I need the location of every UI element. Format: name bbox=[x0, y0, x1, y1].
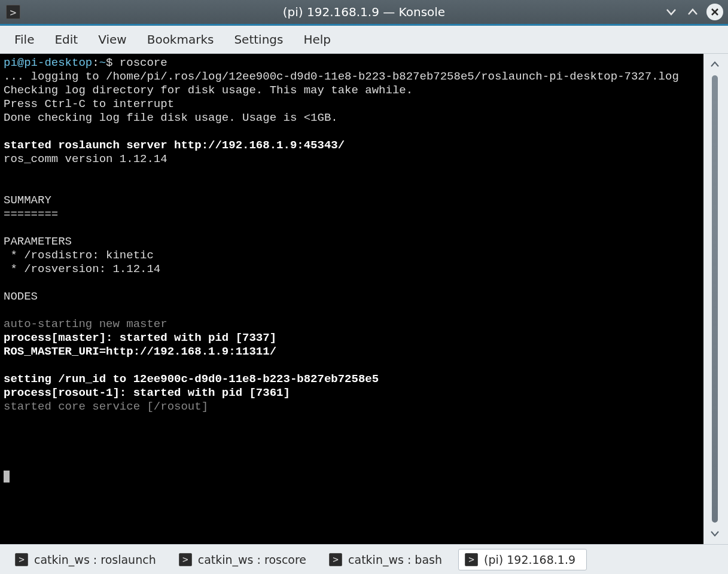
menubar: File Edit View Bookmarks Settings Help bbox=[0, 26, 728, 54]
scroll-track[interactable] bbox=[712, 75, 718, 523]
tab-label: catkin_ws : roscore bbox=[198, 553, 306, 566]
terminal-container: pi@pi-desktop:~$ roscore ... logging to … bbox=[0, 54, 728, 544]
chevron-down-icon bbox=[710, 529, 720, 538]
menu-file[interactable]: File bbox=[14, 32, 34, 47]
app-icon: > bbox=[6, 5, 20, 19]
chevron-up-icon bbox=[687, 6, 699, 18]
tab-bash[interactable]: > catkin_ws : bash bbox=[322, 549, 453, 570]
maximize-button[interactable] bbox=[685, 4, 700, 20]
tab-label: catkin_ws : bash bbox=[348, 553, 442, 566]
close-button[interactable] bbox=[706, 4, 723, 20]
chevron-up-icon bbox=[710, 60, 720, 69]
prompt-path: ~ bbox=[99, 56, 106, 69]
term-line: * /rosversion: 1.12.14 bbox=[4, 262, 160, 276]
term-line-bold: started roslaunch server http://192.168.… bbox=[4, 139, 345, 152]
term-line: ros_comm version 1.12.14 bbox=[4, 152, 167, 166]
prompt-user-host: pi@pi-desktop bbox=[4, 56, 92, 69]
close-icon bbox=[711, 8, 719, 16]
term-line: NODES bbox=[4, 290, 38, 303]
scroll-thumb[interactable] bbox=[712, 75, 718, 523]
tab-label: (pi) 192.168.1.9 bbox=[484, 553, 575, 566]
term-line-bold: ROS_MASTER_URI=http://192.168.1.9:11311/ bbox=[4, 345, 276, 358]
term-line: Done checking log file disk usage. Usage… bbox=[4, 111, 338, 124]
window-title: (pi) 192.168.1.9 — Konsole bbox=[0, 5, 728, 19]
term-line: * /rosdistro: kinetic bbox=[4, 249, 154, 262]
menu-bookmarks[interactable]: Bookmarks bbox=[147, 32, 214, 47]
menu-view[interactable]: View bbox=[98, 32, 126, 47]
menu-edit[interactable]: Edit bbox=[54, 32, 78, 47]
tab-ssh-pi[interactable]: > (pi) 192.168.1.9 bbox=[458, 549, 587, 570]
term-line-bold: setting /run_id to 12ee900c-d9d0-11e8-b2… bbox=[4, 373, 379, 386]
term-line-bold: process[master]: started with pid [7337] bbox=[4, 331, 276, 344]
scrollbar[interactable] bbox=[703, 54, 726, 544]
prompt-sep: : bbox=[92, 56, 99, 69]
terminal-cursor bbox=[4, 471, 10, 483]
menu-help[interactable]: Help bbox=[303, 32, 331, 47]
tab-bar: > catkin_ws : roslaunch > catkin_ws : ro… bbox=[0, 544, 728, 574]
chevron-down-icon bbox=[665, 6, 677, 18]
term-line: ... logging to /home/pi/.ros/log/12ee900… bbox=[4, 70, 679, 83]
tab-roscore[interactable]: > catkin_ws : roscore bbox=[172, 549, 318, 570]
window-titlebar: > (pi) 192.168.1.9 — Konsole bbox=[0, 0, 728, 24]
term-line: ======== bbox=[4, 207, 58, 221]
command-text: roscore bbox=[120, 56, 167, 69]
tab-label: catkin_ws : roslaunch bbox=[34, 553, 156, 566]
term-line: Checking log directory for disk usage. T… bbox=[4, 84, 413, 97]
tab-roslaunch[interactable]: > catkin_ws : roslaunch bbox=[8, 549, 167, 570]
scroll-down-button[interactable] bbox=[706, 525, 723, 542]
term-line-dim: started core service [/rosout] bbox=[4, 400, 208, 413]
terminal-output[interactable]: pi@pi-desktop:~$ roscore ... logging to … bbox=[0, 54, 703, 544]
terminal-icon: > bbox=[465, 553, 478, 566]
term-line: PARAMETERS bbox=[4, 235, 72, 248]
scroll-up-button[interactable] bbox=[706, 56, 723, 73]
term-line-dim: auto-starting new master bbox=[4, 317, 167, 331]
term-line-bold: process[rosout-1]: started with pid [736… bbox=[4, 386, 290, 399]
term-line: SUMMARY bbox=[4, 194, 51, 207]
prompt-dollar: $ bbox=[106, 56, 112, 69]
minimize-button[interactable] bbox=[663, 4, 679, 20]
terminal-icon: > bbox=[329, 553, 342, 566]
menu-settings[interactable]: Settings bbox=[234, 32, 283, 47]
terminal-icon: > bbox=[179, 553, 192, 566]
terminal-icon: > bbox=[15, 553, 28, 566]
window-controls bbox=[663, 4, 723, 20]
term-line: Press Ctrl-C to interrupt bbox=[4, 97, 174, 111]
